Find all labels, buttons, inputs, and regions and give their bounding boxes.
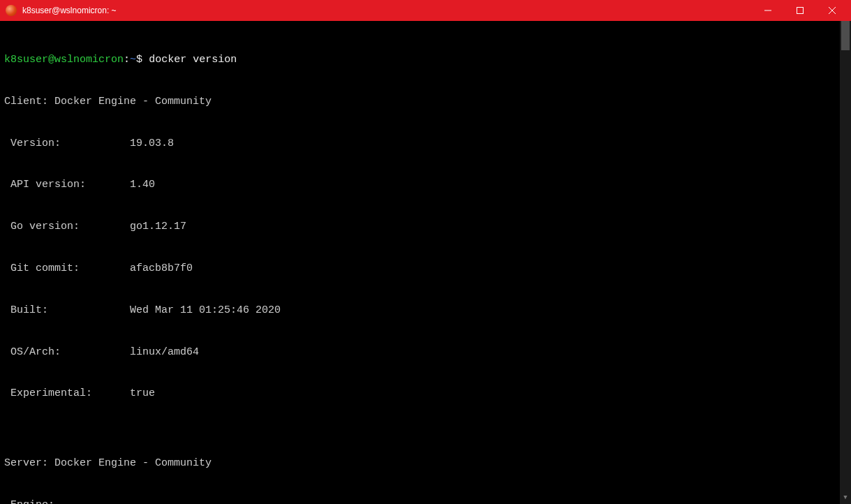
- output-line: Version: 19.03.8: [4, 137, 845, 151]
- output-line: Git commit: afacb8b7f0: [4, 262, 845, 276]
- vertical-scrollbar[interactable]: ▲ ▼: [840, 21, 851, 504]
- command-1: docker version: [149, 54, 237, 66]
- output-line: OS/Arch: linux/amd64: [4, 346, 845, 360]
- window-controls: [752, 0, 848, 21]
- output-line: Engine:: [4, 498, 845, 504]
- prompt-path: ~: [130, 54, 136, 66]
- prompt-host: wslnomicron: [54, 54, 124, 66]
- window-title: k8suser@wslnomicron: ~: [22, 6, 752, 15]
- close-button[interactable]: [816, 0, 848, 21]
- maximize-button[interactable]: [784, 0, 816, 21]
- output-line: API version: 1.40: [4, 178, 845, 192]
- scrollbar-thumb[interactable]: [841, 21, 850, 50]
- output-line: Go version: go1.12.17: [4, 220, 845, 234]
- output-line: Experimental: true: [4, 387, 845, 401]
- terminal-body[interactable]: k8suser@wslnomicron:~$ docker version Cl…: [0, 21, 851, 504]
- prompt-user: k8suser: [4, 54, 48, 66]
- output-line: Server: Docker Engine - Community: [4, 457, 845, 470]
- output-line: Built: Wed Mar 11 01:25:46 2020: [4, 304, 845, 318]
- terminal-window: k8suser@wslnomicron: ~ k8suser@wslnomicr…: [0, 0, 851, 504]
- titlebar[interactable]: k8suser@wslnomicron: ~: [0, 0, 851, 21]
- ubuntu-icon: [6, 5, 17, 16]
- prompt-line-1: k8suser@wslnomicron:~$ docker version: [4, 53, 845, 67]
- scroll-down-icon[interactable]: ▼: [840, 493, 851, 504]
- minimize-button[interactable]: [752, 0, 784, 21]
- output-line: Client: Docker Engine - Community: [4, 95, 845, 109]
- svg-rect-0: [797, 8, 804, 14]
